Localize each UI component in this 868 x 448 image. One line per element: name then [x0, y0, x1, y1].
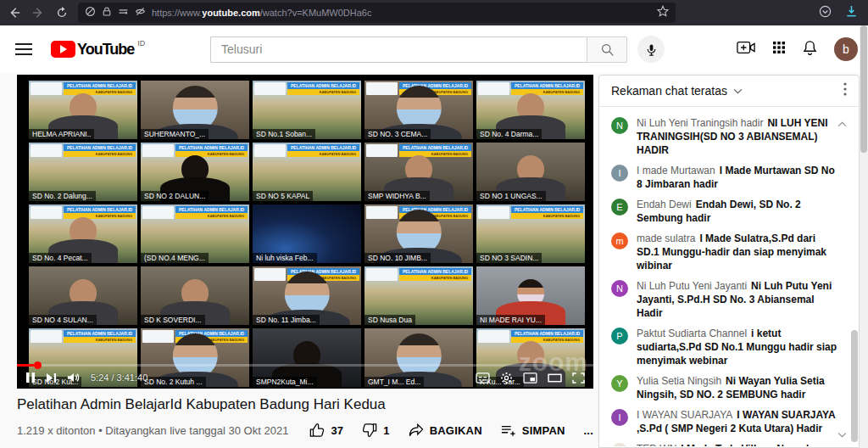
subtitles-icon[interactable] — [476, 372, 490, 384]
chat-avatar[interactable]: N — [611, 280, 628, 297]
page-scrollbar[interactable] — [860, 25, 868, 448]
video-title: Pelatihan Admin BelajarId Kabupaten Badu… — [17, 396, 593, 413]
participant-name-label: SD NO. 3 CEMA... — [364, 129, 431, 139]
chat-author[interactable]: Paktut Sudiarta Channel — [637, 328, 747, 339]
dislike-button[interactable]: 1 — [362, 423, 389, 438]
banner-logos — [366, 268, 398, 281]
chat-author[interactable]: I WAYAN SUARJAYA — [637, 409, 732, 421]
chat-message: EEndah DewiEndah Dewi, SD No. 2 Sembung … — [599, 194, 859, 228]
scroll-up-icon[interactable] — [837, 115, 847, 131]
chat-message: PPaktut Sudiarta Channeli ketut sudiarta… — [599, 323, 859, 371]
search-input[interactable] — [210, 36, 587, 63]
chat-avatar[interactable]: Y — [611, 375, 628, 392]
chat-avatar[interactable]: P — [611, 328, 628, 344]
permissions-icon[interactable] — [118, 5, 129, 20]
pocket-icon[interactable] — [819, 5, 832, 21]
url-text: https://www.youtube.com/watch?v=KMuMW0DH… — [152, 8, 651, 18]
share-label: BAGIKAN — [430, 424, 482, 437]
fullscreen-icon[interactable] — [572, 372, 585, 384]
participant-name-label: NI MADE RAI YU... — [476, 315, 545, 325]
youtube-logo[interactable]: YouTube ID — [51, 41, 145, 58]
menu-icon[interactable] — [15, 40, 32, 59]
tracking-blocked-icon[interactable] — [85, 5, 96, 20]
webinar-banner: PELATIHAN ADMIN BELAJAR.IDKABUPATEN BADU… — [366, 268, 471, 281]
url-bar[interactable]: https://www.youtube.com/watch?v=KMuMW0DH… — [78, 3, 676, 23]
lock-icon[interactable] — [102, 5, 112, 20]
chat-author[interactable]: Endah Dewi — [637, 199, 692, 210]
create-video-icon[interactable] — [737, 41, 755, 58]
chat-avatar[interactable]: I — [611, 409, 628, 426]
scroll-down-icon[interactable] — [837, 426, 847, 441]
chat-avatar[interactable]: I — [611, 165, 628, 182]
chat-author[interactable]: made sulatra — [637, 232, 695, 244]
participant-tile: SUHERMANTO_... — [141, 81, 249, 139]
autoplay-blocked-icon[interactable] — [135, 5, 146, 20]
search-button[interactable] — [587, 36, 627, 63]
notifications-bell-icon[interactable] — [803, 40, 817, 59]
chat-message: II WAYAN SUARJAYAI WAYAN SUARJAYA ,S.Pd … — [599, 405, 859, 439]
chat-author[interactable]: TED WN — [637, 443, 676, 446]
participant-name-label: SMP WIDHYA B... — [364, 191, 430, 201]
participant-name-label: HELMA APRIANI.. — [29, 129, 94, 139]
chat-author[interactable]: Ni Luh Putu Yeni Jayanti — [637, 280, 747, 292]
chat-mode-selector[interactable]: Rekaman chat teratas — [611, 84, 743, 98]
browser-reload-button[interactable] — [56, 7, 68, 19]
like-count: 37 — [331, 424, 343, 437]
participant-tile: PELATIHAN ADMIN BELAJAR.IDKABUPATEN BADU… — [253, 143, 361, 201]
bookmark-star-icon[interactable] — [657, 5, 669, 20]
next-button[interactable] — [46, 372, 57, 384]
save-button[interactable]: SIMPAN — [501, 424, 565, 437]
chat-avatar[interactable] — [611, 443, 628, 446]
chat-avatar[interactable]: m — [611, 232, 628, 249]
like-button[interactable]: 37 — [309, 423, 343, 438]
share-button[interactable]: BAGIKAN — [409, 423, 482, 437]
browser-toolbar: https://www.youtube.com/watch?v=KMuMW0DH… — [0, 0, 868, 25]
chat-message: mmade sulatraI Made Sulatra,S.Pd dari SD… — [599, 228, 859, 276]
participant-tile: NI MADE RAI YU... — [476, 266, 585, 325]
chat-author[interactable]: Yulia Setia Ningsih — [637, 375, 721, 387]
browser-back-button[interactable] — [8, 7, 20, 19]
live-chat-panel: Rekaman chat teratas NNi Luh Yeni Tranin… — [598, 75, 860, 448]
logo-text: YouTube — [77, 41, 134, 58]
participant-name-label: SD NO 4 SULAN... — [29, 315, 97, 325]
apps-grid-icon[interactable] — [772, 41, 786, 58]
video-player[interactable]: PELATIHAN ADMIN BELAJAR.IDKABUPATEN BADU… — [17, 75, 593, 389]
participant-tile: Ni luh viska Feb... — [253, 204, 361, 263]
participant-tile: PELATIHAN ADMIN BELAJAR.IDKABUPATEN BADU… — [29, 204, 137, 263]
chat-menu-kebab-icon[interactable] — [843, 82, 847, 99]
download-icon[interactable] — [845, 5, 858, 21]
voice-search-button[interactable] — [637, 36, 665, 63]
more-actions-button[interactable]: ... — [584, 424, 593, 437]
theater-mode-icon[interactable] — [548, 372, 562, 384]
settings-gear-icon[interactable] — [500, 372, 513, 384]
banner-logos — [142, 206, 174, 219]
chat-message: II made MurtawanI Made Murtawan SD No 8 … — [599, 160, 859, 194]
chat-message-list[interactable]: NNi Luh Yeni Traningsih hadirNI LUH YENI… — [599, 107, 859, 446]
participant-tile: PELATIHAN ADMIN BELAJAR.IDKABUPATEN BADU… — [476, 81, 585, 139]
logo-country-code: ID — [137, 39, 145, 48]
participant-name-label: SD NO 3 SADIN... — [476, 253, 542, 263]
volume-icon[interactable] — [67, 372, 81, 384]
webinar-banner: PELATIHAN ADMIN BELAJAR.IDKABUPATEN BADU… — [254, 82, 359, 95]
browser-forward-button[interactable] — [32, 7, 44, 19]
participant-name-label: SD Nusa Dua — [364, 315, 415, 325]
chat-avatar[interactable]: E — [611, 199, 628, 216]
chat-author[interactable]: I made Murtawan — [637, 165, 715, 176]
participant-tile: SD NO 4 SULAN... — [29, 266, 137, 325]
chat-avatar[interactable]: N — [611, 117, 628, 134]
participant-tile: PELATIHAN ADMIN BELAJAR.IDKABUPATEN BADU… — [364, 204, 473, 263]
chat-message: NNi Luh Yeni Traningsih hadirNI LUH YENI… — [599, 113, 859, 160]
participant-tile: SD NO 1 UNGAS... — [476, 143, 585, 201]
participant-name-label: SD K SOVERDI... — [141, 315, 205, 325]
participant-name-label: SD No. 11 Jimba... — [253, 315, 320, 325]
chat-scrollbar[interactable] — [851, 330, 858, 442]
participant-name-label: SD No.1 Soban... — [253, 129, 315, 139]
pause-button[interactable] — [25, 372, 36, 384]
banner-logos — [254, 82, 286, 95]
participant-name-label: SD NO 5 KAPAL — [253, 191, 313, 201]
miniplayer-icon[interactable] — [523, 372, 537, 384]
account-avatar[interactable]: b — [834, 37, 858, 61]
player-controls: 5:24 / 3:41:40 — [17, 367, 593, 389]
chat-author[interactable]: Ni Luh Yeni Traningsih hadir — [637, 117, 763, 129]
participant-tile: PELATIHAN ADMIN BELAJAR.IDKABUPATEN BADU… — [253, 266, 361, 325]
